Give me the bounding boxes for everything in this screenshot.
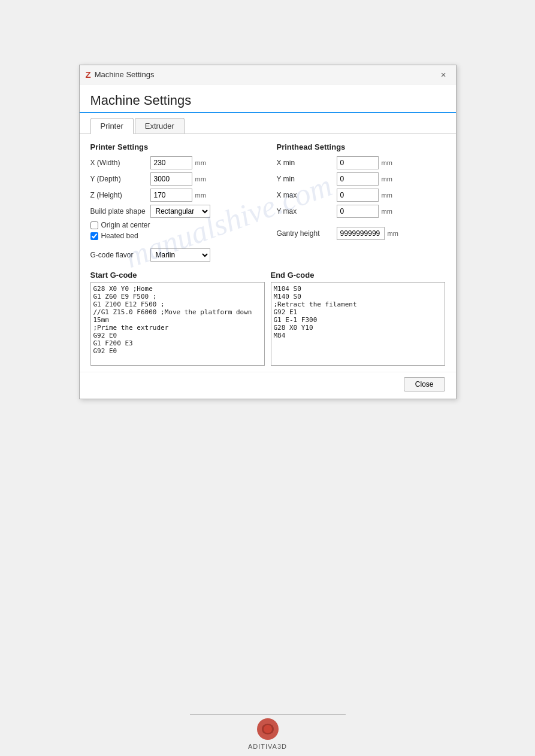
y-max-label: Y max [277, 207, 337, 215]
start-gcode-label: Start G-code [90, 271, 265, 280]
heated-bed-row: Heated bed [90, 232, 259, 240]
y-depth-input-group: mm [150, 172, 208, 186]
origin-at-center-label: Origin at center [101, 221, 150, 229]
bottom-area: ADITIVA3D [190, 702, 346, 756]
z-height-row: Z (Height) mm [90, 189, 259, 202]
app-icon: Z [86, 69, 91, 80]
dialog-footer: Close [80, 372, 456, 399]
x-min-input[interactable] [337, 156, 379, 169]
y-depth-unit: mm [195, 175, 208, 183]
gcode-flavor-row: G-code flavor Marlin RepRap Ultimaker [90, 248, 259, 262]
dialog-title-left: Z Machine Settings [86, 69, 155, 80]
gcode-flavor-select[interactable]: Marlin RepRap Ultimaker [150, 248, 210, 262]
z-height-input[interactable] [150, 189, 192, 202]
gantry-height-label: Gantry height [277, 229, 337, 238]
y-min-input-group: mm [337, 172, 395, 186]
y-max-input-group: mm [337, 205, 395, 218]
y-max-row: Y max mm [277, 205, 445, 218]
settings-columns: Printer Settings X (Width) mm Y (Depth) [90, 142, 445, 265]
gantry-height-input-group: mm [337, 227, 401, 240]
x-min-label: X min [277, 159, 337, 167]
build-plate-shape-row: Build plate shape Rectangular Elliptic [90, 205, 259, 218]
gantry-height-unit: mm [388, 230, 401, 237]
z-height-input-group: mm [150, 189, 208, 202]
end-gcode-textarea[interactable]: M104 S0 M140 S0 ;Retract the filament G9… [271, 282, 445, 366]
x-width-input[interactable] [150, 156, 192, 169]
bottom-divider [190, 714, 346, 715]
x-min-unit: mm [382, 159, 395, 166]
end-gcode-label: End G-code [271, 271, 445, 280]
tab-extruder[interactable]: Extruder [135, 118, 185, 133]
x-max-unit: mm [382, 192, 395, 199]
y-min-row: Y min mm [277, 172, 445, 186]
y-max-input[interactable] [337, 205, 379, 218]
logo-text: ADITIVA3D [248, 743, 287, 750]
dialog-body: Printer Settings X (Width) mm Y (Depth) [80, 134, 456, 372]
x-max-input-group: mm [337, 189, 395, 202]
start-gcode-col: Start G-code G28 X0 Y0 ;Home G1 Z60 E9 F… [90, 271, 265, 366]
page-title: Machine Settings [80, 84, 456, 113]
machine-settings-dialog: Z Machine Settings × Machine Settings Pr… [79, 65, 457, 399]
y-max-unit: mm [382, 208, 395, 215]
logo-icon [256, 717, 280, 741]
start-gcode-textarea[interactable]: G28 X0 Y0 ;Home G1 Z60 E9 F500 ; G1 Z100… [90, 282, 265, 366]
heated-bed-checkbox[interactable] [90, 232, 98, 240]
printer-settings-col: Printer Settings X (Width) mm Y (Depth) [90, 142, 271, 265]
gantry-height-row: Gantry height mm [277, 227, 445, 240]
x-min-row: X min mm [277, 156, 445, 169]
printer-settings-title: Printer Settings [90, 142, 259, 151]
z-height-label: Z (Height) [90, 191, 150, 199]
origin-at-center-row: Origin at center [90, 221, 259, 229]
dialog-close-button[interactable]: × [437, 69, 450, 80]
tab-bar: Printer Extruder [80, 113, 456, 134]
gantry-height-input[interactable] [337, 227, 385, 240]
x-width-label: X (Width) [90, 159, 150, 167]
y-depth-input[interactable] [150, 172, 192, 186]
end-gcode-col: End G-code M104 S0 M140 S0 ;Retract the … [271, 271, 445, 366]
gcode-section: Start G-code G28 X0 Y0 ;Home G1 Z60 E9 F… [90, 271, 445, 366]
z-height-unit: mm [195, 192, 208, 199]
y-min-input[interactable] [337, 172, 379, 186]
origin-at-center-checkbox[interactable] [90, 221, 98, 229]
y-depth-row: Y (Depth) mm [90, 172, 259, 186]
tab-printer[interactable]: Printer [90, 118, 134, 134]
x-max-label: X max [277, 191, 337, 199]
y-min-unit: mm [382, 175, 395, 183]
build-plate-shape-select[interactable]: Rectangular Elliptic [150, 205, 210, 218]
build-plate-shape-label: Build plate shape [90, 207, 150, 215]
x-max-input[interactable] [337, 189, 379, 202]
dialog-title-text: Machine Settings [95, 70, 155, 79]
x-max-row: X max mm [277, 189, 445, 202]
x-width-input-group: mm [150, 156, 208, 169]
gcode-flavor-label: G-code flavor [90, 251, 150, 259]
x-min-input-group: mm [337, 156, 395, 169]
close-button[interactable]: Close [404, 377, 445, 391]
dialog-titlebar: Z Machine Settings × [80, 65, 456, 84]
printhead-settings-col: Printhead Settings X min mm Y min [271, 142, 445, 265]
y-min-label: Y min [277, 175, 337, 183]
printhead-settings-title: Printhead Settings [277, 142, 445, 151]
x-width-unit: mm [195, 159, 208, 166]
heated-bed-label: Heated bed [101, 232, 138, 240]
svg-point-1 [264, 725, 272, 733]
x-width-row: X (Width) mm [90, 156, 259, 169]
y-depth-label: Y (Depth) [90, 175, 150, 183]
